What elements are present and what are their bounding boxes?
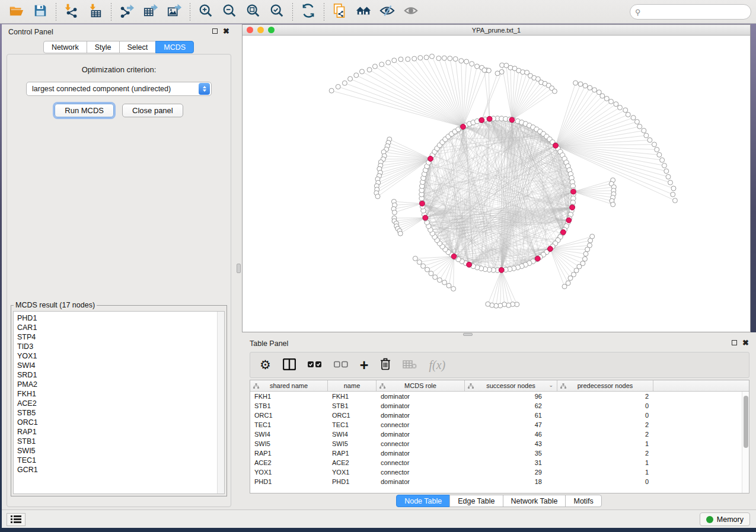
deselect-all-rows-button[interactable] [334,356,348,374]
leaf-node[interactable] [623,108,628,113]
show-all-button[interactable] [401,2,421,21]
tab-style[interactable]: Style [87,41,120,53]
mcds-result-item[interactable]: PHD1 [17,313,224,323]
leaf-node[interactable] [583,84,588,88]
leaf-node[interactable] [379,62,384,67]
table-scrollbar-thumb[interactable] [744,396,748,448]
zoom-selected-button[interactable] [267,2,287,21]
column-header-successor-nodes[interactable]: successor nodes⌄ [465,380,557,391]
mcds-hub-node[interactable] [571,189,576,194]
import-network-button[interactable] [62,2,82,21]
leaf-node[interactable] [664,169,669,174]
delete-column-button[interactable] [380,356,391,374]
mcds-result-item[interactable]: SRD1 [17,370,224,380]
leaf-node[interactable] [631,116,636,120]
mcds-result-item[interactable]: ACE2 [17,399,224,408]
leaf-node[interactable] [429,54,434,59]
leaf-node[interactable] [611,202,615,207]
leaf-node[interactable] [413,256,417,261]
float-table-panel-icon[interactable] [732,340,737,345]
leaf-node[interactable] [582,257,587,261]
leaf-node[interactable] [464,59,469,64]
save-session-button[interactable] [30,2,50,21]
window-close-button[interactable] [247,27,253,33]
leaf-node[interactable] [588,85,592,90]
mcds-hub-node[interactable] [560,230,566,235]
mcds-hub-node[interactable] [566,217,572,223]
leaf-node[interactable] [446,283,451,288]
mcds-hub-node[interactable] [487,116,492,121]
tab-select[interactable]: Select [119,41,157,53]
mcds-result-item[interactable]: TEC1 [17,456,224,465]
table-row[interactable]: SWI4SWI4dominator462 [250,430,749,439]
mcds-hub-node[interactable] [535,256,540,261]
leaf-node[interactable] [342,81,347,85]
table-row[interactable]: STB1STB1dominator620 [250,401,749,411]
leaf-node[interactable] [474,64,479,69]
mcds-hub-node[interactable] [553,143,559,148]
leaf-node[interactable] [578,82,583,86]
window-zoom-button[interactable] [268,27,275,33]
column-header-name[interactable]: name [328,380,377,391]
table-row[interactable]: FKH1FKH1dominator962 [250,392,749,401]
leaf-node[interactable] [392,210,397,215]
leaf-node[interactable] [609,99,614,104]
table-scrollbar[interactable] [742,392,749,493]
search-input[interactable] [644,8,746,16]
leaf-node[interactable] [442,56,446,60]
leaf-node[interactable] [573,81,578,85]
mcds-result-item[interactable]: GCR1 [17,465,224,475]
leaf-node[interactable] [671,186,676,191]
mcds-result-item[interactable]: STB5 [17,408,224,418]
leaf-node[interactable] [436,56,441,60]
leaf-node[interactable] [486,68,491,73]
vertical-splitter[interactable] [235,24,242,509]
mcds-hub-node[interactable] [451,254,457,259]
home-layout-button[interactable] [353,2,374,21]
leaf-node[interactable] [506,303,511,307]
leaf-node[interactable] [398,57,403,62]
leaf-node[interactable] [614,102,618,107]
import-table-button[interactable] [85,2,106,21]
mcds-result-item[interactable]: YOX1 [17,351,224,361]
table-row[interactable]: PHD1PHD1dominator180 [250,477,749,486]
leaf-node[interactable] [424,55,429,60]
leaf-node[interactable] [644,133,649,138]
bottom-tab-edge-table[interactable]: Edge Table [449,495,503,507]
leaf-node[interactable] [585,247,590,252]
leaf-node[interactable] [600,94,605,98]
leaf-node[interactable] [470,62,474,66]
leaf-node[interactable] [459,59,464,63]
leaf-node[interactable] [592,88,597,92]
select-all-rows-button[interactable] [308,356,322,374]
zoom-fit-button[interactable] [243,2,263,21]
export-table-button[interactable] [141,2,161,21]
table-row[interactable]: YOX1YOX1connector291 [250,467,749,477]
leaf-node[interactable] [637,124,642,129]
window-minimize-button[interactable] [257,27,264,33]
tab-mcds[interactable]: MCDS [155,41,194,53]
vertical-splitter-handle[interactable] [237,264,241,273]
mcds-hub-node[interactable] [570,205,575,210]
close-panel-icon[interactable]: ✖ [223,28,229,34]
close-panel-button[interactable]: Close panel [122,104,183,117]
clone-network-button[interactable] [330,2,350,21]
leaf-node[interactable] [562,284,567,289]
leaf-node[interactable] [652,142,656,147]
mcds-hub-node[interactable] [423,215,428,220]
delete-table-button[interactable] [403,356,417,374]
leaf-node[interactable] [329,88,334,93]
add-column-button[interactable]: + [360,356,369,374]
bottom-tab-motifs[interactable]: Motifs [565,495,601,507]
mcds-hub-node[interactable] [467,262,472,267]
leaf-node[interactable] [647,137,652,142]
leaf-node[interactable] [508,65,513,70]
mcds-hub-node[interactable] [548,246,553,252]
table-settings-button[interactable]: ⚙ [260,356,271,374]
table-row[interactable]: ACE2ACE2connector311 [250,458,749,467]
mcds-hub-node[interactable] [420,201,425,206]
leaf-node[interactable] [348,76,353,81]
column-header-MCDS-role[interactable]: MCDS role [377,380,465,391]
leaf-node[interactable] [398,231,403,236]
leaf-node[interactable] [392,58,397,63]
